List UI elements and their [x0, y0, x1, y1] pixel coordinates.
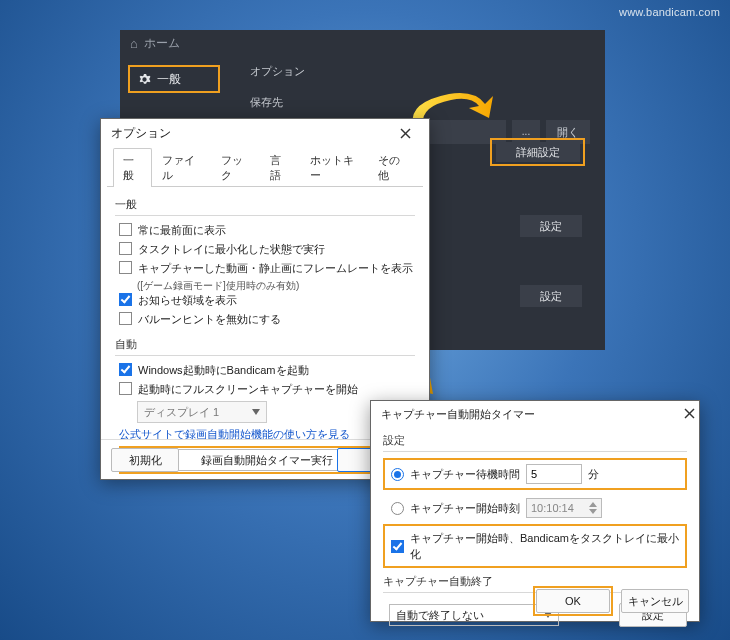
settings-button-1[interactable]: 設定: [520, 215, 582, 237]
group-general-title: 一般: [115, 197, 415, 212]
checkbox-icon: [119, 382, 132, 395]
chk-tray-min[interactable]: タスクトレイに最小化した状態で実行: [115, 241, 415, 257]
timer-close-button[interactable]: [684, 408, 695, 421]
checkbox-icon: [119, 312, 132, 325]
option-heading: オプション: [250, 64, 590, 79]
chk-framerate-sub: ([ゲーム録画モード]使用時のみ有効): [115, 279, 415, 292]
nav-general-highlighted[interactable]: 一般: [128, 65, 220, 93]
timer-ok-button[interactable]: OK: [536, 589, 610, 613]
chk-framerate[interactable]: キャプチャーした動画・静止画にフレームレートを表示: [115, 260, 415, 276]
timer-title: キャプチャー自動開始タイマー: [381, 407, 535, 422]
wait-minutes-input[interactable]: [526, 464, 582, 484]
tab-language[interactable]: 言語: [260, 148, 299, 187]
nav-home-label: ホーム: [144, 35, 180, 52]
chk-always-top-label: 常に最前面に表示: [138, 222, 226, 238]
radio-at-label: キャプチャー開始時刻: [410, 500, 520, 516]
advanced-settings-highlight: 詳細設定: [490, 138, 585, 166]
minimize-highlight: キャプチャー開始時、Bandicamをタスクトレイに最小化: [383, 524, 687, 568]
options-titlebar: オプション: [101, 119, 429, 147]
radio-wait-time[interactable]: キャプチャー待機時間 分: [391, 464, 679, 484]
tab-file[interactable]: ファイル: [152, 148, 211, 187]
chk-always-top[interactable]: 常に最前面に表示: [115, 222, 415, 238]
timer-ok-highlight: OK: [533, 586, 613, 616]
timer-dialog: キャプチャー自動開始タイマー 設定 キャプチャー待機時間 分 キャプチャー開始時…: [370, 400, 700, 622]
timer-setting-title: 設定: [383, 433, 687, 448]
group-auto-title: 自動: [115, 337, 415, 352]
chk-minimize-label: キャプチャー開始時、Bandicamをタスクトレイに最小化: [410, 530, 679, 562]
checkbox-icon: [119, 261, 132, 274]
timer-titlebar: キャプチャー自動開始タイマー: [371, 401, 699, 427]
timer-cancel-button[interactable]: キャンセル: [621, 589, 689, 613]
wait-time-highlight: キャプチャー待機時間 分: [383, 458, 687, 490]
start-time-input[interactable]: 10:10:14: [526, 498, 602, 518]
advanced-settings-button[interactable]: 詳細設定: [496, 142, 580, 162]
chk-notice-label: お知らせ領域を表示: [138, 292, 237, 308]
chk-balloon[interactable]: バルーンヒントを無効にする: [115, 311, 415, 327]
radio-start-at[interactable]: キャプチャー開始時刻 10:10:14: [391, 498, 687, 518]
chk-auto-start[interactable]: Windows起動時にBandicamを起動: [115, 362, 415, 378]
close-icon: [684, 408, 695, 419]
options-tabs: 一般 ファイル フック 言語 ホットキー その他: [107, 147, 423, 187]
close-icon: [400, 128, 411, 139]
chk-tray-min-label: タスクトレイに最小化した状態で実行: [138, 241, 325, 257]
nav-general-label: 一般: [157, 71, 181, 88]
checkbox-icon: [119, 242, 132, 255]
home-icon: ⌂: [130, 36, 138, 51]
save-label: 保存先: [250, 95, 590, 110]
wait-unit-label: 分: [588, 466, 599, 482]
tab-hook[interactable]: フック: [211, 148, 260, 187]
chk-auto-full-label: 起動時にフルスクリーンキャプチャーを開始: [138, 381, 358, 397]
watermark: www.bandicam.com: [619, 6, 720, 18]
display-select[interactable]: ディスプレイ 1: [137, 401, 267, 423]
tab-other[interactable]: その他: [368, 148, 417, 187]
spinner-icon: [589, 502, 597, 514]
settings-button-2[interactable]: 設定: [520, 285, 582, 307]
display-select-value: ディスプレイ 1: [144, 405, 219, 420]
checkbox-icon: [119, 293, 132, 306]
tab-hotkey[interactable]: ホットキー: [300, 148, 368, 187]
options-close-button[interactable]: [385, 122, 425, 144]
start-time-value: 10:10:14: [531, 500, 574, 516]
chk-auto-start-label: Windows起動時にBandicamを起動: [138, 362, 309, 378]
nav-home[interactable]: ⌂ ホーム: [130, 35, 180, 52]
chk-auto-full[interactable]: 起動時にフルスクリーンキャプチャーを開始: [115, 381, 415, 397]
chk-notice[interactable]: お知らせ領域を表示: [115, 292, 415, 308]
chk-framerate-label: キャプチャーした動画・静止画にフレームレートを表示: [138, 260, 413, 276]
radio-icon: [391, 468, 404, 481]
checkbox-icon: [119, 223, 132, 236]
checkbox-icon: [391, 540, 404, 553]
init-button[interactable]: 初期化: [111, 448, 179, 472]
tab-general[interactable]: 一般: [113, 148, 152, 187]
gear-icon: [138, 73, 151, 86]
chk-balloon-label: バルーンヒントを無効にする: [138, 311, 281, 327]
radio-icon: [391, 502, 404, 515]
checkbox-icon: [119, 363, 132, 376]
chevron-down-icon: [252, 409, 260, 415]
chk-minimize-on-start[interactable]: キャプチャー開始時、Bandicamをタスクトレイに最小化: [391, 530, 679, 562]
radio-wait-label: キャプチャー待機時間: [410, 466, 520, 482]
options-title: オプション: [111, 125, 171, 142]
